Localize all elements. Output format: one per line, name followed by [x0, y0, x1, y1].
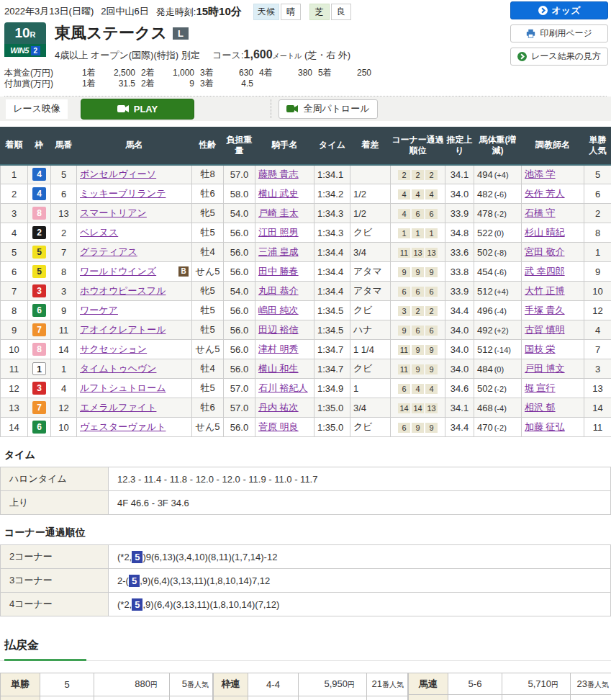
jockey-link[interactable]: 津村 明秀 — [258, 344, 299, 354]
sex-age-cell: せん5 — [192, 418, 224, 437]
race-distance: 1,600 — [244, 48, 273, 60]
horse-number-cell: 6 — [51, 184, 77, 204]
prize-rank: 1着 — [76, 78, 98, 89]
prize-pair: 3着 630 — [194, 68, 253, 78]
prize-rank: 1着 — [76, 68, 98, 78]
patrol-video-button[interactable]: 全周パトロール — [279, 99, 378, 119]
strip-divider — [271, 99, 271, 118]
weight-carried-cell: 58.0 — [224, 184, 255, 204]
horse-name-link[interactable]: グラティアス — [80, 246, 137, 257]
corner-4-chip: 2 — [425, 170, 438, 180]
trainer-link[interactable]: 戸田 博文 — [525, 363, 565, 374]
fukusho-popularity: 5番人気 — [170, 696, 213, 700]
fukusho-label: 複勝 — [1, 696, 40, 700]
main-prize-list: 1着 2,500 2着 1,000 3着 630 — [76, 68, 371, 78]
horse-name-link[interactable]: ベレヌス — [80, 227, 118, 238]
trainer-link[interactable]: 杉山 晴紀 — [525, 227, 565, 238]
corner-4-chip: 6 — [425, 287, 438, 297]
trainer-link[interactable]: 手塚 貴久 — [525, 305, 565, 315]
horse-weight-diff: (-2) — [494, 423, 507, 432]
trainer-link[interactable]: 古賀 慎明 — [525, 324, 565, 335]
jockey-link[interactable]: 菅原 明良 — [258, 421, 299, 432]
trainer-link[interactable]: 相沢 郁 — [525, 402, 556, 413]
trainer-link[interactable]: 矢作 芳人 — [525, 188, 565, 199]
odds-button[interactable]: オッズ — [510, 1, 608, 19]
dotted-separator — [4, 96, 607, 97]
jockey-link[interactable]: 石川 裕紀人 — [258, 382, 308, 393]
jockey-link[interactable]: 戸崎 圭太 — [258, 207, 299, 218]
waku-cell: 4 — [28, 184, 51, 204]
tansho-label: 単勝 — [1, 673, 40, 696]
horse-name-link[interactable]: ヴェスターヴァルト — [80, 421, 166, 432]
popularity-cell: 14 — [584, 398, 611, 418]
jockey-link[interactable]: 横山 武史 — [258, 188, 299, 199]
jockey-link[interactable]: 田中 勝春 — [258, 266, 299, 277]
horse-name-link[interactable]: スマートリアン — [80, 207, 147, 218]
horse-name-link[interactable]: ルフトシュトローム — [80, 382, 166, 393]
horse-name-link[interactable]: エメラルファイト — [80, 402, 156, 413]
race-number-badge: 10R WIN5 2 — [4, 22, 46, 62]
jockey-link[interactable]: 江田 照男 — [258, 227, 299, 238]
horse-name-link[interactable]: アオイクレアトール — [80, 324, 166, 335]
tansho-amount: 880円 — [94, 673, 170, 696]
horse-name-cell: ワールドウインズ B — [77, 262, 192, 282]
trainer-link[interactable]: 池添 学 — [525, 169, 556, 179]
umaren-row: 馬連 5-6 5,710円 23番人気 — [409, 673, 611, 695]
last-3f-cell: 33.9 — [445, 204, 474, 223]
time-row: 上り 4F 46.6 - 3F 34.6 — [1, 491, 611, 515]
trainer-link[interactable]: 国枝 栄 — [525, 344, 556, 354]
win5-logo: WIN5 — [10, 46, 29, 55]
horse-name-link[interactable]: ワーケア — [80, 305, 118, 315]
waku-cell: 7 — [28, 320, 51, 340]
trainer-link[interactable]: 堀 宣行 — [525, 382, 556, 393]
horse-name-link[interactable]: ワールドウインズ — [80, 266, 156, 277]
play-button[interactable]: PLAY — [81, 99, 194, 120]
race-video-tab[interactable]: レース映像 — [6, 99, 68, 119]
horse-name-cell: ルフトシュトローム — [77, 379, 192, 398]
print-page-button[interactable]: 印刷用ページ — [510, 24, 608, 42]
horse-name-cell: スマートリアン — [77, 204, 192, 223]
time-cell: 1:34.1 — [314, 165, 350, 184]
horse-name-link[interactable]: ボンセルヴィーソ — [80, 169, 156, 179]
corner-2-chip: 9 — [398, 267, 410, 277]
horse-name-link[interactable]: サクセッション — [80, 344, 147, 354]
horse-weight-value: 512 — [477, 286, 493, 297]
corner-2-chip: 9 — [398, 326, 410, 336]
jockey-link[interactable]: 田辺 裕信 — [258, 324, 299, 335]
corner-row-value: 2-(5,9)(6,4)(3,13,11)(1,8,10,14)7,12 — [109, 569, 611, 593]
corner-2-chip: 14 — [398, 403, 410, 413]
jockey-link[interactable]: 三浦 皇成 — [258, 246, 299, 257]
horse-number-cell: 2 — [51, 223, 77, 243]
wakuren-label: 枠連 — [214, 673, 248, 696]
trainer-link[interactable]: 宮田 敬介 — [525, 246, 565, 257]
time-cell: 1:34.3 — [314, 223, 350, 243]
waku-cell: 2 — [28, 223, 51, 243]
result-row: 6 5 8 ワールドウインズ B せん5 56.0 田中 勝春 1:34.4 ア… — [1, 262, 611, 282]
horse-name-link[interactable]: ミッキーブリランテ — [80, 188, 166, 199]
horse-name-link[interactable]: ホウオウピースフル — [80, 285, 166, 296]
horse-name-link[interactable]: タイムトゥヘヴン — [80, 363, 156, 374]
horse-name-cell: ワーケア — [77, 301, 192, 320]
trainer-link[interactable]: 大竹 正博 — [525, 285, 565, 296]
horse-number-cell: 12 — [51, 398, 77, 418]
trainer-link[interactable]: 武 幸四郎 — [525, 266, 565, 277]
jockey-link[interactable]: 横山 和生 — [258, 363, 299, 374]
trainer-link[interactable]: 加藤 征弘 — [525, 421, 565, 432]
jockey-link[interactable]: 藤懸 貴志 — [258, 169, 299, 179]
jockey-link[interactable]: 嶋田 純次 — [258, 305, 299, 315]
waku-badge: 8 — [32, 207, 46, 220]
corner-order-cell: 466 — [391, 204, 445, 223]
rank-cell: 4 — [1, 223, 28, 243]
umatan-row: 馬単 5-6 12,820円 52番人気 — [409, 695, 611, 700]
horse-weight-cell: 468(-4) — [474, 398, 522, 418]
sex-age-cell: 牝5 — [192, 282, 224, 301]
jockey-link[interactable]: 丹内 祐次 — [258, 402, 299, 413]
jockey-link[interactable]: 丸田 恭介 — [258, 285, 299, 296]
horse-number-cell: 9 — [51, 301, 77, 320]
horse-weight-value: 502 — [477, 383, 493, 394]
trainer-link[interactable]: 石橋 守 — [525, 207, 556, 218]
waku-badge: 7 — [32, 401, 46, 414]
result-guide-button[interactable]: レース結果の見方 — [510, 48, 608, 66]
corner-order-cell: 111 — [391, 223, 445, 243]
horse-weight-diff: (-2) — [494, 210, 507, 218]
